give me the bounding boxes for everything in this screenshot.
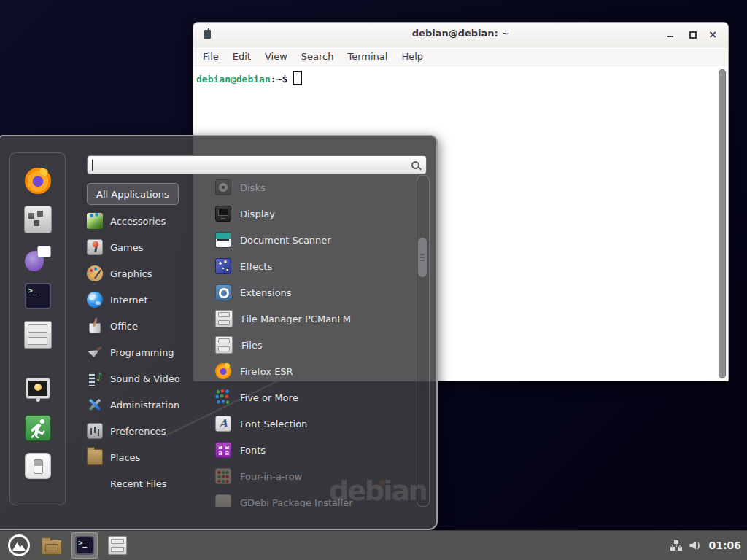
taskbar-icon (42, 540, 62, 555)
category-icon (87, 397, 103, 413)
favorite-icon-synaptic[interactable] (24, 206, 52, 233)
taskbar: 01:06 (0, 530, 747, 560)
terminal-menu-item[interactable]: Terminal (347, 51, 387, 62)
app-item-firefox[interactable]: Firefox ESR (210, 358, 414, 384)
favorite-icon-firefox[interactable] (25, 168, 51, 194)
terminal-scrollbar[interactable] (718, 69, 727, 379)
app-item-display[interactable]: Display (210, 201, 414, 227)
category-label: Recent Files (110, 478, 167, 489)
app-label: Font Selection (240, 419, 307, 429)
desktop: debian debian@debian: ~ × FileEditViewSe… (0, 0, 747, 560)
app-item-fonts[interactable]: Fonts (210, 437, 414, 463)
start-menu: All Applications Accessories Games Graph… (0, 135, 438, 530)
app-item-fourinarow[interactable]: Four-in-a-row (210, 463, 414, 489)
category-item-graphics[interactable]: Graphics (87, 260, 209, 287)
category-label: Graphics (110, 268, 152, 279)
category-item-preferences[interactable]: Preferences (87, 418, 209, 444)
favorite-icon-terminal[interactable] (25, 283, 51, 309)
app-item-effects[interactable]: Effects (210, 253, 414, 279)
category-label: Sound & Video (110, 373, 180, 384)
tray-icon-network[interactable] (670, 540, 682, 551)
apps-scrollbar[interactable] (417, 175, 430, 507)
app-icon (215, 494, 231, 508)
app-item-gdebi[interactable]: GDebi Package Installer (210, 489, 414, 508)
session-buttons (10, 349, 65, 479)
session-icon-screensaver[interactable] (25, 377, 51, 403)
favorites-list (10, 153, 65, 349)
app-item-cabinet[interactable]: File Manager PCManFM (210, 306, 414, 332)
taskbar-item-menubtn[interactable] (6, 532, 32, 559)
category-item-all-applications[interactable]: All Applications (87, 183, 179, 205)
app-item-fiveormore[interactable]: Five or More (210, 384, 414, 411)
terminal-menu-item[interactable]: Help (401, 51, 423, 62)
category-icon (87, 213, 103, 229)
app-icon (215, 468, 231, 484)
app-label: Files (241, 340, 263, 351)
taskbar-icon (8, 534, 30, 556)
category-list: All Applications Accessories Games Graph… (87, 183, 209, 497)
minimize-icon[interactable] (665, 29, 676, 39)
terminal-menu-item[interactable]: View (265, 51, 287, 62)
app-item-cabinet[interactable]: Files (210, 332, 414, 358)
terminal-window-title: debian@debian: ~ (193, 28, 728, 39)
app-label: Disks (240, 182, 266, 193)
prompt-path: :~$ (271, 74, 287, 85)
taskbar-launchers (6, 532, 131, 559)
category-icon (87, 370, 103, 386)
apps-scrollbar-thumb[interactable] (418, 238, 427, 277)
category-item-places[interactable]: Places (87, 444, 209, 470)
category-item-recent-files[interactable]: Recent Files (87, 470, 209, 497)
category-label: Administration (110, 400, 179, 411)
category-item-accessories[interactable]: Accessories (87, 208, 209, 234)
terminal-menu-item[interactable]: File (203, 51, 219, 62)
app-list: Disks Display Document Scanner Effects E… (210, 174, 414, 508)
maximize-icon[interactable] (687, 29, 697, 39)
category-label: Programming (110, 347, 174, 358)
category-icon (87, 344, 103, 360)
close-icon[interactable]: × (708, 29, 718, 39)
tray-icon-volume[interactable] (689, 540, 701, 551)
terminal-scrollbar-thumb[interactable] (719, 69, 726, 378)
category-item-programming[interactable]: Programming (87, 339, 209, 365)
category-item-administration[interactable]: Administration (87, 392, 209, 418)
prompt-user-host: debian@debian (196, 74, 271, 85)
app-item-fontselection[interactable]: Font Selection (210, 411, 414, 437)
app-item-docscanner[interactable]: Document Scanner (210, 227, 414, 253)
category-label: Internet (110, 295, 148, 306)
app-label: Display (240, 209, 275, 219)
favorite-icon-cabinet[interactable] (24, 321, 52, 349)
category-icon (87, 292, 103, 308)
app-icon (215, 310, 233, 327)
app-label: Extensions (240, 287, 292, 298)
category-item-office[interactable]: Office (87, 313, 209, 339)
search-input[interactable] (95, 158, 407, 174)
app-item-disks[interactable]: Disks (210, 174, 414, 201)
category-icon (87, 318, 103, 334)
category-item-soundvideo[interactable]: Sound & Video (87, 365, 209, 392)
app-icon (215, 179, 231, 195)
app-icon (215, 284, 231, 300)
app-icon (215, 389, 231, 405)
terminal-titlebar[interactable]: debian@debian: ~ × (193, 23, 728, 47)
app-item-extensions[interactable]: Extensions (210, 279, 414, 306)
app-label: File Manager PCManFM (241, 314, 351, 324)
taskbar-item-terminal[interactable] (71, 532, 98, 559)
category-item-games[interactable]: Games (87, 234, 209, 260)
terminal-prompt-line: debian@debian:~$ (193, 66, 728, 90)
session-icon-logout[interactable] (25, 415, 51, 441)
terminal-menu-item[interactable]: Search (301, 51, 334, 62)
session-icon-shutdown[interactable] (25, 453, 51, 479)
category-item-internet[interactable]: Internet (87, 287, 209, 313)
favorite-icon-pidgin[interactable] (25, 245, 51, 271)
category-label: Office (110, 321, 138, 332)
search-box[interactable] (87, 155, 427, 174)
terminal-menu-item[interactable]: Edit (233, 51, 251, 62)
category-label: Places (110, 452, 140, 463)
app-icon (215, 258, 231, 274)
app-icon (215, 442, 231, 458)
category-label: All Applications (96, 189, 169, 200)
taskbar-item-tbfolder[interactable] (39, 532, 65, 559)
terminal-menubar: FileEditViewSearchTerminalHelp (193, 47, 728, 66)
clock[interactable]: 01:06 (708, 540, 741, 551)
taskbar-item-cabinet[interactable] (104, 532, 131, 559)
